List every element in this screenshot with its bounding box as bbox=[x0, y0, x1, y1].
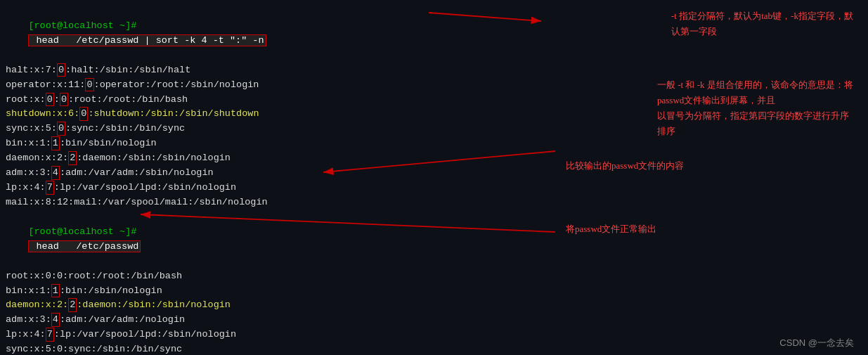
annotation-1: -t 指定分隔符，默认为tab键，-k指定字段，默认第一字段 bbox=[671, 8, 854, 39]
output-line-mail1: mail:x:8:12:mail:/var/spool/mail:/sbin/n… bbox=[6, 195, 529, 210]
annotation-panel: -t 指定分隔符，默认为tab键，-k指定字段，默认第一字段 一般 -t 和 -… bbox=[545, 0, 868, 355]
output-line-sync1: sync:x:5:0:sync:/sbin:/bin/sync bbox=[6, 122, 529, 136]
output-line-operator: operator:x:11:0:operator:/root:/sbin/nol… bbox=[6, 78, 529, 93]
output-line-shutdown1: shutdown:x:6:0:shutdown:/sbin:/sbin/shut… bbox=[6, 107, 529, 122]
output-line-bin: bin:x:1:1:bin/sbin/nologin bbox=[6, 136, 529, 151]
command-1: head /etc/passwd | sort -k 4 -t ":" -n bbox=[28, 34, 266, 46]
output2-line-bin: bin:x:1:1:bin:/sbin/nologin bbox=[6, 284, 529, 299]
output-line-root: root:x:0:0:root:/root:/bin/bash bbox=[6, 93, 529, 108]
annotation-3: 比较输出的passwd文件的内容 bbox=[566, 158, 684, 174]
output2-line-daemon: daemon:x:2:2:daemon:/sbin:/sbin/nologin bbox=[6, 298, 529, 313]
output2-line-sync: sync:x:5:0:sync:/sbin:/bin/sync bbox=[6, 342, 529, 355]
annotation-2: 一般 -t 和 -k 是组合使用的，该命令的意思是：将passwd文件输出到屏幕… bbox=[657, 77, 854, 139]
prompt-2: [root@localhost ~]# bbox=[28, 226, 136, 237]
prompt-1: [root@localhost ~]# bbox=[28, 20, 136, 31]
output-line-adm1: adm:x:3:4:adm:/var/adm:/sbin/nologin bbox=[6, 166, 529, 181]
command-2: head /etc/passwd bbox=[28, 240, 141, 252]
output2-line-lp: lp:x:4:7:lp:/var/spool/lpd:/sbin/nologin bbox=[6, 328, 529, 342]
output-line-lp1: lp:x:4:7:lp:/var/spool/lpd:/sbin/nologin bbox=[6, 181, 529, 195]
output2-line-adm: adm:x:3:4:adm:/var/adm:/nologin bbox=[6, 313, 529, 328]
output-line-daemon1: daemon:x:2:2:daemon:/sbin:/sbin/nologin bbox=[6, 151, 529, 166]
terminal: [root@localhost ~]# head /etc/passwd | s… bbox=[0, 0, 534, 355]
command-line-2: [root@localhost ~]# head /etc/passwd bbox=[6, 210, 529, 269]
watermark: CSDN @一念去矣 bbox=[779, 337, 854, 349]
output2-line-root: root:x:0:0:root:/root:/bin/bash bbox=[6, 269, 529, 284]
command-line-1: [root@localhost ~]# head /etc/passwd | s… bbox=[6, 4, 529, 63]
annotation-4: 将passwd文件正常输出 bbox=[566, 221, 656, 237]
output-line-halt: halt:x:7:0:halt:/sbin:/sbin/halt bbox=[6, 63, 529, 78]
